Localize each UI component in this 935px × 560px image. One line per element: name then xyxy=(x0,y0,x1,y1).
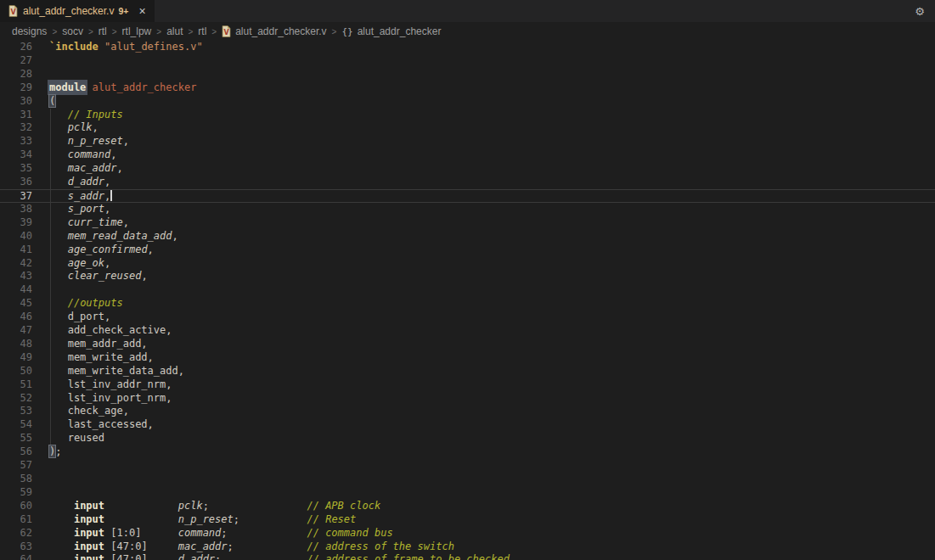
code-line-54[interactable]: 54 last_accessed, xyxy=(0,418,935,432)
breadcrumb-item-designs[interactable]: designs xyxy=(12,25,47,37)
code-line-55[interactable]: 55 reused xyxy=(0,432,935,445)
code-line-43[interactable]: 43 clear_reused, xyxy=(0,270,935,283)
close-icon[interactable]: × xyxy=(138,5,145,17)
line-number[interactable]: 61 xyxy=(0,513,32,527)
code-line-42[interactable]: 42 age_ok, xyxy=(0,257,935,271)
line-number[interactable]: 30 xyxy=(0,95,32,109)
code-line-content: lst_inv_addr_nrm, xyxy=(32,378,172,392)
code-line-46[interactable]: 46 d_port, xyxy=(0,311,935,324)
text-cursor xyxy=(110,190,112,201)
code-line-60[interactable]: 60 input pclk; // APB clock xyxy=(0,500,935,513)
code-line-59[interactable]: 59 xyxy=(0,486,935,500)
code-line-58[interactable]: 58 xyxy=(0,473,935,486)
code-line-content xyxy=(32,486,49,500)
code-line-47[interactable]: 47 add_check_active, xyxy=(0,324,935,338)
line-number[interactable]: 42 xyxy=(0,257,32,271)
line-number[interactable]: 51 xyxy=(0,378,32,392)
line-number[interactable]: 31 xyxy=(0,109,32,122)
code-line-41[interactable]: 41 age_confirmed, xyxy=(0,244,935,257)
breadcrumb-item-socv[interactable]: socv xyxy=(62,25,83,37)
code-line-37[interactable]: 37 s_addr, xyxy=(0,189,935,203)
line-number[interactable]: 58 xyxy=(0,473,32,486)
tab-alut-addr-checker[interactable]: V alut_addr_checker.v 9+ × xyxy=(0,0,155,22)
breadcrumb-item-alut[interactable]: alut xyxy=(166,25,183,37)
code-line-63[interactable]: 63 input [47:0] mac_addr; // address of … xyxy=(0,540,935,554)
line-number[interactable]: 48 xyxy=(0,338,32,351)
line-number[interactable]: 39 xyxy=(0,216,32,230)
code-line-36[interactable]: 36 d_addr, xyxy=(0,176,935,189)
code-line-32[interactable]: 32 pclk, xyxy=(0,121,935,135)
code-line-33[interactable]: 33 n_p_reset, xyxy=(0,135,935,148)
code-line-34[interactable]: 34 command, xyxy=(0,148,935,162)
breadcrumb-label: rtl xyxy=(99,25,107,37)
code-line-48[interactable]: 48 mem_addr_add, xyxy=(0,338,935,351)
code-line-28[interactable]: 28 xyxy=(0,68,935,81)
code-line-30[interactable]: 30( xyxy=(0,95,935,109)
line-number[interactable]: 40 xyxy=(0,230,32,244)
line-number[interactable]: 26 xyxy=(0,41,32,54)
breadcrumb-item-rtl[interactable]: rtl xyxy=(198,25,206,37)
line-number[interactable]: 44 xyxy=(0,283,32,297)
breadcrumb-item-rtl[interactable]: rtl xyxy=(99,25,107,37)
line-number[interactable]: 41 xyxy=(0,244,32,257)
line-number[interactable]: 33 xyxy=(0,135,32,148)
code-line-content: pclk, xyxy=(32,121,99,135)
line-number[interactable]: 57 xyxy=(0,459,32,473)
line-number[interactable]: 64 xyxy=(0,553,32,560)
line-number[interactable]: 36 xyxy=(0,176,32,189)
code-line-38[interactable]: 38 s_port, xyxy=(0,203,935,216)
line-number[interactable]: 43 xyxy=(0,270,32,283)
code-line-61[interactable]: 61 input n_p_reset; // Reset xyxy=(0,513,935,527)
line-number[interactable]: 45 xyxy=(0,297,32,311)
line-number[interactable]: 54 xyxy=(0,418,32,432)
line-number[interactable]: 46 xyxy=(0,311,32,324)
line-number[interactable]: 56 xyxy=(0,445,32,459)
line-number[interactable]: 27 xyxy=(0,54,32,68)
line-number[interactable]: 32 xyxy=(0,121,32,135)
code-line-26[interactable]: 26`include "alut_defines.v" xyxy=(0,41,935,54)
line-number[interactable]: 62 xyxy=(0,527,32,540)
line-number[interactable]: 55 xyxy=(0,432,32,445)
code-line-44[interactable]: 44 xyxy=(0,283,935,297)
line-number[interactable]: 52 xyxy=(0,392,32,406)
code-line-49[interactable]: 49 mem_write_add, xyxy=(0,351,935,365)
code-line-56[interactable]: 56); xyxy=(0,445,935,459)
line-number[interactable]: 50 xyxy=(0,365,32,378)
breadcrumb-item-alut_addr_checker.v[interactable]: Valut_addr_checker.v xyxy=(222,25,326,37)
line-number[interactable]: 35 xyxy=(0,162,32,176)
code-line-53[interactable]: 53 check_age, xyxy=(0,405,935,418)
line-number[interactable]: 28 xyxy=(0,68,32,81)
code-line-31[interactable]: 31 // Inputs xyxy=(0,109,935,122)
code-line-content xyxy=(32,68,49,81)
code-line-50[interactable]: 50 mem_write_data_add, xyxy=(0,365,935,378)
code-line-27[interactable]: 27 xyxy=(0,54,935,68)
editor-window: V alut_addr_checker.v 9+ × ⚙ designs>soc… xyxy=(0,0,935,560)
line-number[interactable]: 49 xyxy=(0,351,32,365)
line-number[interactable]: 38 xyxy=(0,203,32,216)
line-number[interactable]: 47 xyxy=(0,324,32,338)
code-line-content: curr_time, xyxy=(32,216,129,230)
breadcrumb-item-rtl_lpw[interactable]: rtl_lpw xyxy=(122,25,152,37)
line-number[interactable]: 29 xyxy=(0,81,32,95)
code-line-52[interactable]: 52 lst_inv_port_nrm, xyxy=(0,392,935,406)
code-line-51[interactable]: 51 lst_inv_addr_nrm, xyxy=(0,378,935,392)
code-line-29[interactable]: 29module alut_addr_checker xyxy=(0,81,935,95)
code-line-64[interactable]: 64 input [47:0] d_addr; // address of fr… xyxy=(0,553,935,560)
code-line-57[interactable]: 57 xyxy=(0,459,935,473)
line-number[interactable]: 63 xyxy=(0,540,32,554)
code-line-35[interactable]: 35 mac_addr, xyxy=(0,162,935,176)
code-line-45[interactable]: 45 //outputs xyxy=(0,297,935,311)
line-number[interactable]: 59 xyxy=(0,486,32,500)
gear-icon[interactable]: ⚙ xyxy=(904,0,935,22)
chevron-right-icon: > xyxy=(332,26,337,36)
code-line-62[interactable]: 62 input [1:0] command; // command bus xyxy=(0,527,935,540)
line-number[interactable]: 34 xyxy=(0,148,32,162)
code-editor[interactable]: 26`include "alut_defines.v"272829module … xyxy=(0,41,935,560)
line-number[interactable]: 37 xyxy=(0,190,32,202)
code-line-39[interactable]: 39 curr_time, xyxy=(0,216,935,230)
code-line-40[interactable]: 40 mem_read_data_add, xyxy=(0,230,935,244)
line-number[interactable]: 60 xyxy=(0,500,32,513)
breadcrumb-item-alut_addr_checker[interactable]: {}alut_addr_checker xyxy=(341,25,441,37)
tabbar-empty-space xyxy=(155,0,905,22)
line-number[interactable]: 53 xyxy=(0,405,32,418)
